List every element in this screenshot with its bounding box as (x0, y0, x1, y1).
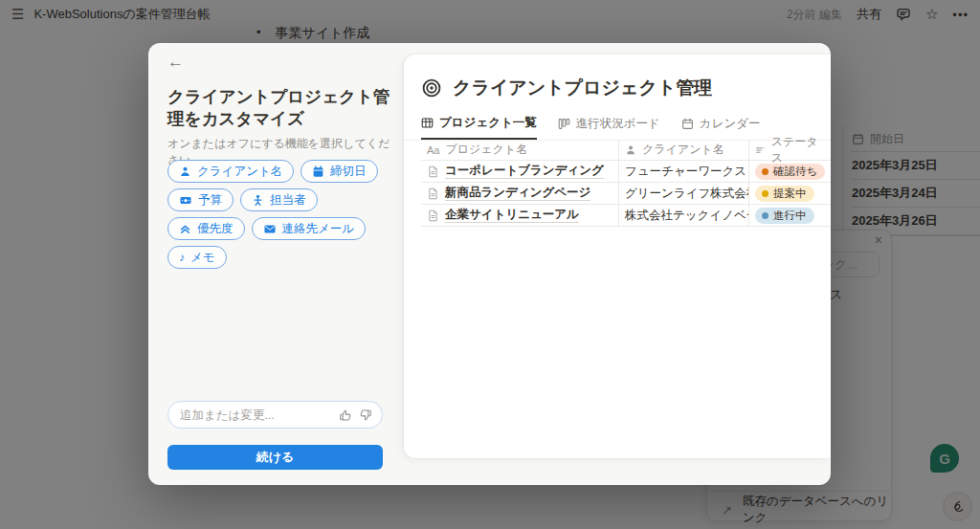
chip-client-name[interactable]: クライアント名 (167, 160, 294, 183)
status-badge: 進行中 (755, 208, 814, 224)
tab-project-list[interactable]: プロジェクト一覧 (421, 113, 537, 140)
column-header-client-name[interactable]: クライアント名 (618, 140, 748, 161)
chip-assignee[interactable]: 担当者 (240, 188, 318, 211)
table-cell-status[interactable]: 進行中 (748, 205, 831, 227)
status-badge: 確認待ち (755, 164, 825, 180)
template-preview-card: クライアントプロジェクト管理 プロジェクト一覧 進行状況ボード (404, 55, 831, 458)
calendar-icon (312, 165, 324, 178)
customize-template-modal: ← クライアントプロジェクト管理をカスタマイズ オンまたはオフにする機能を選択し… (148, 43, 831, 485)
chip-memo[interactable]: ♪ メモ (167, 246, 227, 269)
tab-calendar[interactable]: カレンダー (681, 113, 761, 140)
preview-page-title: クライアントプロジェクト管理 (453, 76, 712, 100)
table-cell-client[interactable]: 株式会社テックイノベーション (618, 205, 748, 227)
back-arrow-icon[interactable]: ← (167, 53, 184, 72)
table-cell-client[interactable]: フューチャーワークス (618, 161, 748, 183)
table-cell-status[interactable]: 確認待ち (748, 161, 831, 183)
person-icon (625, 144, 636, 156)
continue-button[interactable]: 続ける (167, 445, 383, 470)
customize-title: クライアントプロジェクト管理をカスタマイズ (167, 86, 393, 130)
preview-page-header: クライアントプロジェクト管理 (421, 76, 712, 100)
column-header-project-name[interactable]: Aa プロジェクト名 (421, 140, 618, 161)
chip-deadline[interactable]: 締切日 (301, 160, 378, 183)
status-dot (762, 212, 768, 219)
table-view-icon (421, 117, 434, 129)
table-cell-client[interactable]: グリーンライフ株式会社 (618, 183, 748, 205)
table-row-project-name[interactable]: コーポレートブランディング (421, 161, 618, 183)
table-row-project-name[interactable]: 新商品ランディングページ (421, 183, 618, 205)
column-header-status[interactable]: ステータス (748, 140, 831, 161)
view-tabs: プロジェクト一覧 進行状況ボード カレンダー (421, 113, 761, 140)
chip-priority[interactable]: 優先度 (167, 217, 245, 240)
person-icon (179, 165, 191, 178)
feature-chip-list: クライアント名 締切日 予算 (167, 160, 395, 269)
status-dot (762, 168, 768, 175)
table-row-project-name[interactable]: 企業サイトリニューアル (421, 205, 618, 227)
status-dot (762, 190, 768, 197)
select-property-icon (755, 144, 766, 156)
page-icon (427, 187, 439, 200)
note-icon: ♪ (179, 252, 185, 263)
chevrons-up-icon (179, 223, 191, 235)
projects-table: Aa プロジェクト名 クライアント名 ステータス (421, 140, 831, 227)
calendar-view-icon (681, 118, 694, 130)
screen: ☰ K-WebSolutionsの案件管理台帳 2分前 編集 共有 ☆ ••• … (0, 0, 980, 529)
banknote-icon (179, 194, 192, 207)
page-icon (427, 209, 439, 222)
assignee-person-icon (252, 194, 264, 207)
chip-budget[interactable]: 予算 (167, 188, 234, 211)
table-cell-status[interactable]: 提案中 (748, 183, 831, 205)
ai-edit-input[interactable] (167, 401, 383, 429)
title-property-icon: Aa (427, 144, 439, 156)
add-or-change-field[interactable] (180, 408, 339, 422)
mail-icon (263, 223, 277, 235)
board-view-icon (558, 118, 570, 130)
page-icon (427, 165, 439, 178)
thumbs-down-icon[interactable] (359, 408, 372, 422)
tab-progress-board[interactable]: 進行状況ボード (558, 113, 660, 140)
thumbs-up-icon[interactable] (339, 408, 352, 422)
status-badge: 提案中 (755, 186, 814, 202)
chip-contact-email[interactable]: 連絡先メール (252, 217, 367, 240)
target-icon (421, 77, 442, 99)
